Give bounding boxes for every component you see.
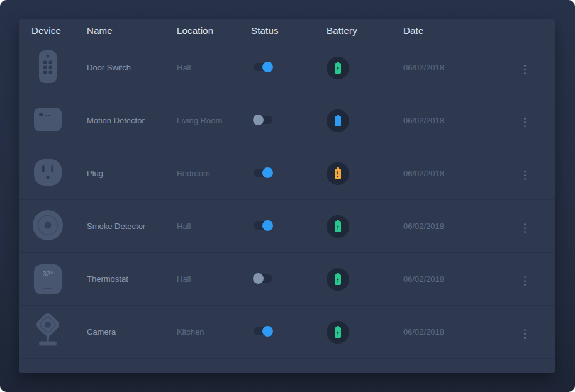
device-name: Camera [87,327,177,337]
thermostat-dash [43,288,52,289]
toggle-knob [262,326,273,337]
device-location: Bedroom [177,169,251,178]
row-menu-button[interactable] [521,115,529,130]
row-menu-button[interactable] [521,326,529,342]
table-row: Plug Bedroom 06/02/2018 [19,147,555,200]
status-toggle[interactable] [254,221,272,230]
toggle-knob [253,115,264,125]
device-location: Hall [177,63,251,72]
device-name: Thermostat [87,274,177,284]
thermostat-icon: 32° [31,264,64,294]
device-date: 06/02/2018 [403,327,515,337]
status-toggle[interactable] [254,116,272,124]
status-toggle[interactable] [254,274,272,283]
camera-icon [31,313,64,349]
remote-icon [31,50,64,84]
row-menu-button[interactable] [521,220,529,236]
toggle-knob [262,220,273,231]
battery-full-icon [327,109,349,132]
column-header-battery: Battery [327,25,403,36]
device-date: 06/02/2018 [403,221,515,231]
table-row: Smoke Detector Hall 06/02/2018 [19,200,555,253]
table-row: Door Switch Hall 06/02/2018 [19,42,555,94]
device-location: Hall [177,274,251,284]
column-header-device: Device [31,25,87,36]
status-toggle[interactable] [254,327,272,335]
status-toggle[interactable] [254,63,272,71]
column-header-status: Status [251,25,327,36]
table-header: Device Name Location Status Battery Date [19,19,555,42]
battery-alert-icon [327,162,349,185]
device-date: 06/02/2018 [403,274,515,284]
column-header-name: Name [87,25,177,36]
status-toggle[interactable] [254,169,272,177]
device-table: Device Name Location Status Battery Date [19,19,555,373]
battery-charging-icon [327,215,349,238]
plug-icon [31,158,64,187]
smoke-detector-icon [31,210,64,241]
battery-charging-icon [327,268,349,291]
column-header-location: Location [177,25,251,36]
device-date: 06/02/2018 [403,63,515,72]
thermostat-reading: 32° [43,270,53,294]
device-location: Living Room [177,116,251,125]
row-menu-button[interactable] [521,273,529,289]
device-date: 06/02/2018 [403,116,515,125]
row-menu-button[interactable] [521,167,529,183]
table-row: Camera Kitchen 06/02/2018 [19,306,555,359]
toggle-knob [262,62,273,72]
device-location: Kitchen [177,327,251,337]
toggle-knob [262,167,273,178]
motion-detector-icon [31,106,64,133]
device-name: Motion Detector [87,116,177,125]
device-location: Hall [177,221,251,231]
battery-charging-icon [327,57,349,79]
device-name: Plug [87,169,177,178]
device-date: 06/02/2018 [403,169,515,178]
page-background: Device Name Location Status Battery Date [0,0,575,392]
table-row: 32° Thermostat Hall 06/02/2018 [19,253,555,306]
column-header-date: Date [403,25,515,36]
row-menu-button[interactable] [521,62,529,77]
device-name: Smoke Detector [87,221,177,231]
toggle-knob [253,273,264,284]
battery-charging-icon [327,321,349,344]
device-name: Door Switch [87,63,177,72]
table-row: Motion Detector Living Room 06/02/2018 [19,94,555,147]
